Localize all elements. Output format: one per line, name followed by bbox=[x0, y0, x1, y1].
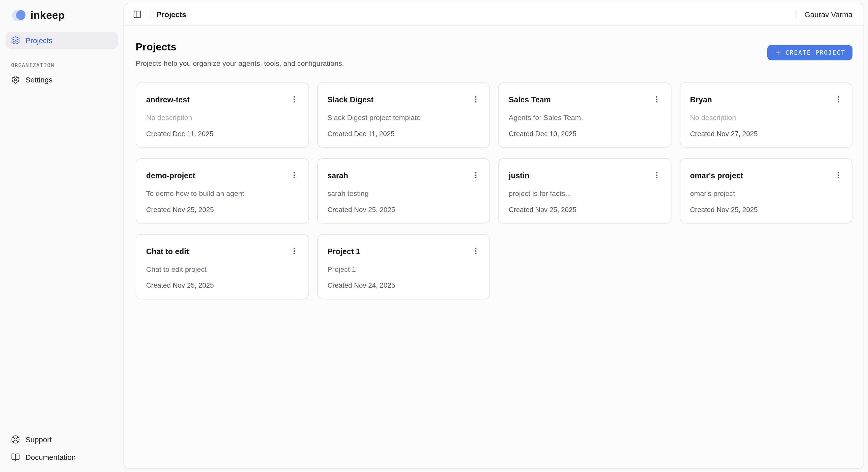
kebab-icon bbox=[834, 95, 842, 103]
project-description: Project 1 bbox=[327, 264, 482, 275]
inkeep-blob-icon bbox=[11, 9, 27, 22]
page-title: Projects bbox=[136, 41, 344, 53]
project-created: Created Dec 10, 2025 bbox=[509, 129, 663, 139]
project-menu-button[interactable] bbox=[469, 169, 482, 181]
project-card-header: andrew-test bbox=[146, 94, 300, 105]
project-card-header: Chat to edit bbox=[146, 246, 300, 257]
sidebar-item-label: Support bbox=[26, 435, 52, 443]
project-name: Sales Team bbox=[509, 94, 551, 105]
project-menu-button[interactable] bbox=[651, 169, 663, 181]
sidebar-item-support[interactable]: Support bbox=[5, 431, 118, 448]
project-card[interactable]: justin project is for facts... Created N… bbox=[498, 158, 671, 224]
user-menu[interactable]: Gaurav Varma bbox=[801, 10, 856, 19]
project-card-header: Sales Team bbox=[509, 94, 663, 105]
sidebar-footer: Support Documentation bbox=[5, 431, 118, 467]
project-card[interactable]: Project 1 Project 1 Created Nov 24, 2025 bbox=[317, 234, 490, 300]
project-menu-button[interactable] bbox=[832, 169, 844, 181]
project-card-header: Bryan bbox=[690, 94, 844, 105]
sidebar-spacer bbox=[5, 88, 118, 431]
sidebar-org-group: Settings bbox=[5, 71, 118, 88]
topbar-divider bbox=[151, 10, 151, 19]
book-open-icon bbox=[11, 453, 20, 462]
sidebar-toggle-button[interactable] bbox=[130, 6, 145, 22]
project-card-header: demo-project bbox=[146, 170, 300, 181]
project-name: sarah bbox=[327, 170, 348, 181]
sidebar-item-label: Projects bbox=[26, 36, 53, 44]
project-name: Bryan bbox=[690, 94, 712, 105]
kebab-icon bbox=[290, 171, 298, 179]
project-created: Created Nov 25, 2025 bbox=[146, 281, 300, 291]
app: inkeep Projects ORGANIZATION Settings bbox=[0, 0, 868, 472]
project-created: Created Nov 24, 2025 bbox=[327, 281, 482, 291]
project-name: demo-project bbox=[146, 170, 195, 181]
kebab-icon bbox=[653, 171, 661, 179]
project-name: andrew-test bbox=[146, 94, 190, 105]
page-subtitle: Projects help you organize your agents, … bbox=[136, 59, 344, 68]
sidebar-item-documentation[interactable]: Documentation bbox=[5, 449, 118, 466]
page-title-block: Projects Projects help you organize your… bbox=[136, 41, 344, 67]
project-description: Slack Digest project template bbox=[327, 113, 482, 123]
topbar: Projects Gaurav Varma bbox=[124, 3, 864, 26]
topbar-right-divider bbox=[795, 10, 796, 19]
plus-icon bbox=[774, 49, 782, 56]
project-card[interactable]: demo-project To demo how to build an age… bbox=[136, 158, 309, 224]
project-card-header: Project 1 bbox=[327, 246, 482, 257]
kebab-icon bbox=[290, 95, 298, 103]
project-card[interactable]: andrew-test No description Created Dec 1… bbox=[136, 83, 309, 148]
create-project-label: CREATE PROJECT bbox=[785, 49, 845, 56]
create-project-button[interactable]: CREATE PROJECT bbox=[767, 45, 852, 60]
project-menu-button[interactable] bbox=[288, 169, 300, 181]
project-card-header: omar's project bbox=[690, 170, 844, 181]
project-card[interactable]: omar's project omar's project Created No… bbox=[680, 158, 852, 224]
project-created: Created Nov 25, 2025 bbox=[509, 205, 663, 215]
sidebar-nav: Projects bbox=[5, 32, 118, 49]
kebab-icon bbox=[290, 247, 298, 255]
projects-grid: andrew-test No description Created Dec 1… bbox=[136, 83, 852, 299]
panel-left-icon bbox=[133, 10, 142, 19]
project-menu-button[interactable] bbox=[469, 245, 482, 257]
project-menu-button[interactable] bbox=[832, 93, 844, 105]
breadcrumb: Projects bbox=[157, 10, 186, 19]
project-description: No description bbox=[146, 113, 300, 123]
kebab-icon bbox=[834, 171, 842, 179]
project-created: Created Dec 11, 2025 bbox=[327, 129, 482, 139]
topbar-right: Gaurav Varma bbox=[789, 10, 856, 19]
project-created: Created Nov 25, 2025 bbox=[327, 205, 482, 215]
content-header: Projects Projects help you organize your… bbox=[136, 41, 852, 67]
project-name: omar's project bbox=[690, 170, 743, 181]
project-description: project is for facts... bbox=[509, 189, 663, 199]
sidebar-item-label: Settings bbox=[26, 76, 53, 84]
project-name: Slack Digest bbox=[327, 94, 373, 105]
kebab-icon bbox=[471, 247, 479, 255]
project-menu-button[interactable] bbox=[469, 93, 482, 105]
project-description: No description bbox=[690, 113, 844, 123]
project-created: Created Dec 11, 2025 bbox=[146, 129, 300, 139]
sidebar-item-projects[interactable]: Projects bbox=[5, 32, 118, 49]
project-description: To demo how to build an agent bbox=[146, 189, 300, 199]
project-card[interactable]: Chat to edit Chat to edit project Create… bbox=[136, 234, 309, 300]
project-card[interactable]: sarah sarah testing Created Nov 25, 2025 bbox=[317, 158, 490, 224]
sidebar: inkeep Projects ORGANIZATION Settings bbox=[0, 0, 124, 472]
project-name: justin bbox=[509, 170, 529, 181]
main-panel: Projects Gaurav Varma Projects Projects … bbox=[124, 3, 864, 469]
content: Projects Projects help you organize your… bbox=[124, 26, 864, 468]
project-menu-button[interactable] bbox=[288, 245, 300, 257]
project-menu-button[interactable] bbox=[651, 93, 663, 105]
sidebar-section-organization: ORGANIZATION bbox=[5, 62, 118, 68]
project-card[interactable]: Sales Team Agents for Sales Team. Create… bbox=[498, 83, 671, 148]
project-card-header: justin bbox=[509, 170, 663, 181]
layers-icon bbox=[11, 36, 20, 45]
project-card[interactable]: Bryan No description Created Nov 27, 202… bbox=[680, 83, 852, 148]
project-description: Agents for Sales Team. bbox=[509, 113, 663, 123]
project-description: sarah testing bbox=[327, 189, 482, 199]
brand-logo: inkeep bbox=[5, 6, 118, 23]
kebab-icon bbox=[471, 95, 479, 103]
project-created: Created Nov 27, 2025 bbox=[690, 129, 844, 139]
sidebar-item-settings[interactable]: Settings bbox=[5, 71, 118, 88]
kebab-icon bbox=[471, 171, 479, 179]
project-created: Created Nov 25, 2025 bbox=[146, 205, 300, 215]
project-menu-button[interactable] bbox=[288, 93, 300, 105]
project-card-header: sarah bbox=[327, 170, 482, 181]
project-description: omar's project bbox=[690, 189, 844, 199]
project-card[interactable]: Slack Digest Slack Digest project templa… bbox=[317, 83, 490, 148]
